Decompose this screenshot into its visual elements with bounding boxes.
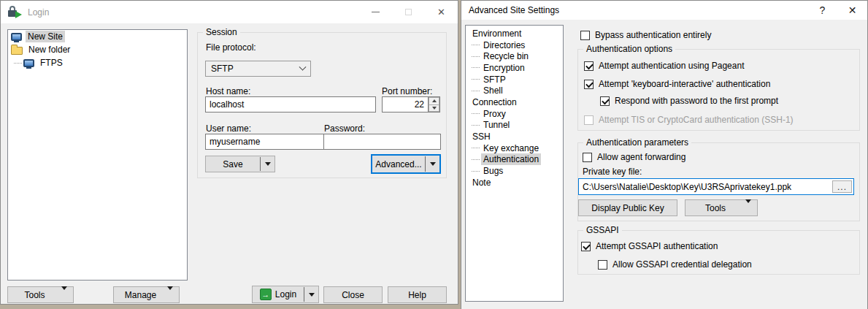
close-button-label: Close (342, 290, 364, 300)
tree-item-connection[interactable]: Connection (466, 96, 563, 108)
save-dropdown-icon[interactable] (261, 156, 274, 172)
tree-item-label: Directories (481, 39, 527, 51)
spin-down-icon[interactable] (429, 105, 439, 112)
checkbox-icon[interactable] (600, 96, 610, 106)
tools-button[interactable]: Tools (7, 286, 74, 303)
tree-item-recycle-bin[interactable]: Recycle bin (466, 50, 563, 62)
tree-connector (472, 171, 480, 172)
site-icon (23, 59, 34, 67)
save-button-label: Save (206, 156, 260, 172)
tree-connector (472, 67, 480, 68)
tree-item-sftp[interactable]: SFTP (466, 74, 563, 85)
tree-item-key-exchange[interactable]: Key exchange (466, 142, 563, 154)
save-button[interactable]: Save (205, 156, 275, 172)
browse-button[interactable]: ... (832, 180, 852, 193)
tree-item-tunnel[interactable]: Tunnel (466, 120, 563, 131)
checkbox-icon[interactable] (580, 31, 590, 40)
manage-button[interactable]: Manage (113, 286, 180, 303)
session-group: Session File protocol: SFTP Host name: P… (197, 32, 447, 178)
tree-item-new-site[interactable]: New Site (8, 30, 187, 43)
host-name-label: Host name: (206, 86, 250, 96)
window-title: Advanced Site Settings (469, 5, 559, 15)
close-icon[interactable]: ✕ (425, 1, 458, 23)
tree-item-environment[interactable]: Environment (466, 28, 563, 39)
agent-forwarding-checkbox[interactable]: Allow agent forwarding (583, 152, 685, 162)
tree-connector (14, 63, 22, 64)
tree-item-label: Bugs (481, 165, 505, 177)
file-protocol-value: SFTP (211, 64, 234, 74)
key-tools-button[interactable]: Tools (685, 199, 758, 216)
tree-item-shell[interactable]: Shell (466, 85, 563, 96)
tree-item-encryption[interactable]: Encryption (466, 62, 563, 74)
checkbox-icon[interactable] (598, 260, 607, 270)
tree-item-ssh[interactable]: SSH (466, 131, 563, 142)
checkbox-icon (584, 115, 594, 125)
tree-item-ftps[interactable]: FTPS (8, 56, 187, 69)
checkbox-icon[interactable] (583, 153, 592, 162)
close-icon[interactable]: ✕ (837, 1, 867, 20)
help-icon[interactable]: ? (807, 1, 837, 20)
advanced-dropdown-icon[interactable] (426, 156, 439, 172)
chevron-down-icon (299, 63, 307, 70)
help-button-label: Help (408, 290, 426, 300)
port-number-stepper (382, 96, 440, 112)
password-input[interactable] (323, 134, 441, 150)
port-number-input[interactable] (382, 96, 428, 112)
tree-connector (472, 148, 480, 148)
checkbox-icon[interactable] (581, 242, 591, 251)
checkbox-icon[interactable] (584, 80, 594, 89)
login-arrow-icon: → (260, 289, 272, 300)
tree-item-proxy[interactable]: Proxy (466, 108, 563, 120)
advanced-titlebar[interactable]: Advanced Site Settings ? ✕ (461, 1, 867, 20)
tree-item-new-folder[interactable]: New folder (8, 43, 187, 56)
gssapi-group-label: GSSAPI (583, 225, 622, 235)
tree-connector (472, 159, 480, 160)
bypass-auth-checkbox[interactable]: Bypass authentication entirely (580, 30, 711, 40)
tree-item-label: Tunnel (481, 119, 512, 131)
window-title: Login (28, 7, 49, 18)
user-name-label: User name: (206, 123, 251, 134)
tools-button-label: Tools (8, 290, 61, 300)
gssapi-auth-checkbox[interactable]: Attempt GSSAPI authentication (581, 241, 718, 251)
display-public-key-button[interactable]: Display Public Key (578, 199, 677, 216)
tree-item-directories[interactable]: Directories (466, 39, 563, 51)
tree-connector (472, 79, 480, 80)
gssapi-delegation-checkbox[interactable]: Allow GSSAPI credential delegation (598, 259, 752, 270)
pageant-checkbox[interactable]: Attempt authentication using Pageant (584, 61, 744, 71)
file-protocol-select[interactable]: SFTP (205, 61, 311, 77)
auth-params-group-label: Authentication parameters (583, 137, 691, 148)
display-public-key-label: Display Public Key (591, 203, 664, 213)
host-name-input[interactable] (205, 96, 376, 112)
winscp-logo-icon (7, 6, 22, 19)
login-button[interactable]: → Login (252, 286, 319, 303)
spin-up-icon[interactable] (429, 97, 439, 105)
tree-item-label: Environment (470, 28, 523, 39)
tree-item-label: Connection (470, 96, 519, 108)
tree-item-label: Key exchange (481, 142, 541, 154)
login-dropdown-icon[interactable] (304, 286, 318, 302)
keyboard-interactive-checkbox[interactable]: Attempt 'keyboard-interactive' authentic… (584, 79, 770, 89)
tree-item-label: SFTP (481, 74, 508, 85)
advanced-button-label: Advanced... (372, 156, 425, 172)
manage-dropdown-icon (167, 290, 173, 300)
file-protocol-label: File protocol: (206, 42, 256, 53)
tree-item-label: SSH (470, 131, 493, 142)
login-window: Login ✕ New SiteNew folderFTPS Session F… (0, 0, 458, 305)
desktop: Login ✕ New SiteNew folderFTPS Session F… (0, 0, 868, 309)
login-titlebar[interactable]: Login ✕ (1, 1, 458, 24)
tree-item-note[interactable]: Note (466, 177, 563, 188)
respond-password-checkbox[interactable]: Respond with password to the first promp… (600, 96, 778, 106)
private-key-input[interactable]: C:\Users\Natalie\Desktop\Key\U3RSAprivat… (578, 178, 854, 195)
advanced-button[interactable]: Advanced... (371, 154, 441, 174)
close-button[interactable]: Close (323, 286, 383, 303)
tree-item-bugs[interactable]: Bugs (466, 165, 563, 177)
tree-item-authentication[interactable]: Authentication (466, 154, 563, 166)
tree-item-label: Shell (481, 85, 505, 96)
minimize-icon[interactable] (359, 1, 392, 23)
help-button[interactable]: Help (388, 286, 447, 303)
tools-dropdown-icon (61, 290, 67, 300)
tree-item-label: Note (470, 177, 493, 188)
checkbox-icon[interactable] (584, 61, 594, 71)
private-key-value: C:\Users\Natalie\Desktop\Key\U3RSAprivat… (583, 182, 832, 192)
tis-cryptocard-checkbox: Attempt TIS or CryptoCard authentication… (584, 115, 794, 125)
